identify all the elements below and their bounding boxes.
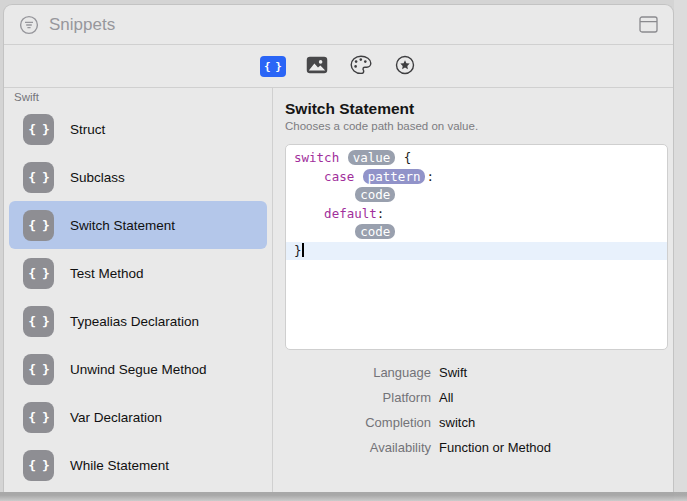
snippets-popover: Snippets { } [3,4,674,492]
snippet-title: Switch Statement [285,100,670,118]
snippet-braces-icon: { } [23,450,54,481]
placeholder-token[interactable]: code [355,224,395,239]
snippet-braces-icon: { } [23,114,54,145]
code-line: code [286,223,667,242]
placeholder-token[interactable]: value [348,150,396,165]
code-line: switch value { [286,149,667,168]
field-label: Availability [285,440,431,455]
text-caret [302,243,304,257]
field-value[interactable]: All [439,390,670,405]
snippet-row-label: While Statement [70,458,169,473]
field-value[interactable]: switch [439,415,670,430]
code-text: { [396,150,411,165]
code-line: case pattern: [286,168,667,187]
code-text: : [377,206,385,221]
symbols-library-tab[interactable] [392,56,418,77]
snippet-row[interactable]: { }Var Declaration [9,393,267,441]
code-line: code [286,186,667,205]
code-text: : [426,169,434,184]
code-text [354,169,362,184]
snippet-row[interactable]: { }Struct [9,105,267,153]
palette-icon [350,55,372,78]
code-line: default: [286,205,667,224]
detail-pane: Switch Statement Chooses a code path bas… [273,88,673,492]
snippet-row-label: Typealias Declaration [70,314,199,329]
section-header-objective-c: Objective-C [4,489,272,492]
snippet-braces-icon: { } [23,306,54,337]
window-title: Snippets [49,15,639,35]
field-value[interactable]: Function or Method [439,440,670,455]
snippet-row-label: Subclass [70,170,125,185]
placeholder-token-selected[interactable]: pattern [363,169,426,184]
snippet-row-label: Struct [70,122,105,137]
field-label: Platform [285,390,431,405]
field-label: Language [285,365,431,380]
snippet-fields: LanguageSwiftPlatformAllCompletionswitch… [285,365,670,455]
code-text: } [294,243,302,258]
screen: Snippets { } [0,0,687,501]
popover-bottom-edge [0,492,687,501]
keyword-token: switch [294,150,339,165]
field-label: Completion [285,415,431,430]
content: Swift { }Struct{ }Subclass{ }Switch Stat… [4,88,673,492]
snippet-row-label: Unwind Segue Method [70,362,207,377]
keyword-token: default [324,206,377,221]
snippet-summary: Chooses a code path based on value. [285,120,670,132]
keyword-token: case [324,169,354,184]
snippet-row[interactable]: { }Test Method [9,249,267,297]
snippet-braces-icon: { } [23,162,54,193]
snippets-library-tab[interactable]: { } [260,56,286,77]
filter-icon[interactable] [19,15,39,35]
snippet-braces-icon: { } [23,258,54,289]
placeholder-token[interactable]: code [355,187,395,202]
window-mode-icon[interactable] [639,16,658,33]
snippet-braces-icon: { } [23,402,54,433]
code-text [294,206,324,221]
snippet-row[interactable]: { }Subclass [9,153,267,201]
sidebar: Swift { }Struct{ }Subclass{ }Switch Stat… [4,88,273,492]
field-value[interactable]: Swift [439,365,670,380]
code-text [339,150,347,165]
snippet-braces-icon: { } [23,354,54,385]
star-circle-icon [395,55,415,78]
snippet-list: { }Struct{ }Subclass{ }Switch Statement{… [4,105,272,489]
snippet-row-label: Switch Statement [70,218,175,233]
library-switcher: { } [4,45,673,88]
snippet-braces-icon: { } [23,210,54,241]
code-editor[interactable]: switch value { case pattern: code defaul… [285,144,668,350]
snippet-row[interactable]: { }While Statement [9,441,267,489]
braces-icon: { } [264,60,281,73]
code-text [294,224,354,239]
code-text [294,187,354,202]
snippet-row[interactable]: { }Unwind Segue Method [9,345,267,393]
color-library-tab[interactable] [348,56,374,77]
code-line-current: } [286,242,667,261]
photo-icon [306,56,328,77]
snippet-row-label: Var Declaration [70,410,162,425]
media-library-tab[interactable] [304,56,330,77]
snippet-row[interactable]: { }Typealias Declaration [9,297,267,345]
section-header-swift: Swift [4,88,272,105]
background-strip [674,0,687,501]
snippet-row[interactable]: { }Switch Statement [9,201,267,249]
snippet-row-label: Test Method [70,266,144,281]
titlebar: Snippets [4,5,673,45]
code-text [294,169,324,184]
